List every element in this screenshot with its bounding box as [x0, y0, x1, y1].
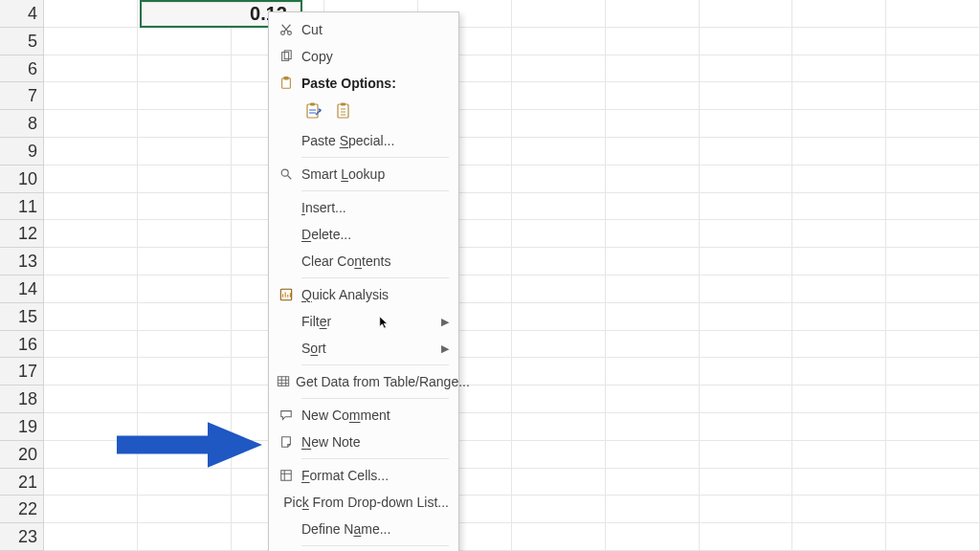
grid-cell[interactable]: [44, 496, 138, 522]
grid-cell[interactable]: [512, 110, 606, 137]
row-header[interactable]: 20: [0, 441, 44, 469]
row-header[interactable]: 10: [0, 165, 44, 193]
grid-cell[interactable]: [886, 303, 980, 330]
grid-cell[interactable]: [44, 386, 138, 412]
grid-cell[interactable]: [700, 165, 793, 192]
grid-cell[interactable]: [700, 441, 793, 468]
grid-cell[interactable]: [138, 496, 232, 522]
grid-cell[interactable]: [886, 496, 980, 522]
grid-cell[interactable]: [606, 303, 700, 330]
grid-cell[interactable]: [606, 496, 700, 522]
grid-cell[interactable]: [138, 110, 232, 137]
grid-cell[interactable]: [886, 28, 980, 55]
menu-filter[interactable]: Filter ▶: [269, 308, 458, 335]
grid-cell[interactable]: [606, 138, 700, 165]
grid-cell[interactable]: [700, 358, 793, 385]
grid-cell[interactable]: [512, 220, 606, 247]
grid-cell[interactable]: [606, 469, 700, 496]
grid-cell[interactable]: [792, 523, 886, 550]
grid-cell[interactable]: [886, 386, 980, 412]
row-header[interactable]: 7: [0, 82, 44, 110]
grid-cell[interactable]: [606, 220, 700, 247]
grid-cell[interactable]: [138, 220, 232, 247]
row-header[interactable]: 13: [0, 248, 44, 276]
grid-cell[interactable]: [138, 276, 232, 302]
grid-cell[interactable]: [792, 358, 886, 385]
menu-new-note[interactable]: New Note: [269, 429, 458, 455]
grid-cell[interactable]: [700, 110, 793, 137]
grid-cell[interactable]: [606, 523, 700, 550]
grid-cell[interactable]: [700, 55, 793, 82]
grid-cell[interactable]: [44, 248, 138, 275]
grid-cell[interactable]: [138, 28, 232, 55]
grid-cell[interactable]: [792, 28, 886, 55]
grid-cell[interactable]: [606, 165, 700, 192]
row-header[interactable]: 9: [0, 138, 44, 165]
grid-cell[interactable]: [44, 220, 138, 247]
row-header[interactable]: 23: [0, 523, 44, 551]
menu-quick-analysis[interactable]: Quick Analysis: [269, 281, 458, 308]
grid-cell[interactable]: [138, 523, 232, 550]
grid-cell[interactable]: [792, 138, 886, 165]
grid-cell[interactable]: [606, 413, 700, 440]
row-header[interactable]: 4: [0, 0, 44, 28]
grid-cell[interactable]: [44, 276, 138, 302]
row-header[interactable]: 6: [0, 55, 44, 83]
grid-cell[interactable]: [700, 193, 793, 220]
grid-cell[interactable]: [792, 441, 886, 468]
paste-option-values[interactable]: [332, 99, 357, 123]
grid-cell[interactable]: [792, 469, 886, 496]
grid-cell[interactable]: [886, 82, 980, 109]
row-header[interactable]: 5: [0, 28, 44, 55]
grid-cell[interactable]: [512, 165, 606, 192]
grid-cell[interactable]: [792, 248, 886, 275]
grid-cell[interactable]: [886, 248, 980, 275]
grid-cell[interactable]: [792, 413, 886, 440]
grid-cell[interactable]: [700, 276, 793, 302]
grid-cell[interactable]: [138, 82, 232, 109]
grid-cell[interactable]: [886, 193, 980, 220]
grid-cell[interactable]: [44, 82, 138, 109]
grid-cell[interactable]: [606, 358, 700, 385]
grid-cell[interactable]: [792, 276, 886, 302]
grid-cell[interactable]: [512, 441, 606, 468]
grid-cell[interactable]: [606, 110, 700, 137]
grid-cell[interactable]: [512, 496, 606, 522]
grid-cell[interactable]: [886, 55, 980, 82]
grid-cell[interactable]: [44, 0, 138, 27]
row-header[interactable]: 18: [0, 386, 44, 413]
grid-cell[interactable]: [44, 28, 138, 55]
grid-cell[interactable]: [792, 386, 886, 412]
grid-cell[interactable]: [792, 220, 886, 247]
grid-cell[interactable]: [44, 469, 138, 496]
grid-cell[interactable]: [886, 0, 980, 27]
grid-cell[interactable]: [700, 82, 793, 109]
row-header[interactable]: 22: [0, 496, 44, 523]
grid-cell[interactable]: [606, 441, 700, 468]
grid-cell[interactable]: [886, 523, 980, 550]
menu-insert[interactable]: Insert...: [269, 194, 458, 221]
grid-cell[interactable]: [606, 331, 700, 358]
grid-cell[interactable]: [606, 386, 700, 412]
grid-cell[interactable]: [138, 303, 232, 330]
grid-cell[interactable]: [138, 138, 232, 165]
grid-cell[interactable]: [512, 0, 606, 27]
menu-copy[interactable]: Copy: [269, 43, 458, 70]
grid-cell[interactable]: [886, 358, 980, 385]
grid-cell[interactable]: [700, 523, 793, 550]
row-header[interactable]: 16: [0, 331, 44, 359]
grid-cell[interactable]: [886, 220, 980, 247]
row-header[interactable]: 14: [0, 276, 44, 303]
grid-cell[interactable]: [44, 110, 138, 137]
menu-paste-special[interactable]: Paste Special...: [269, 127, 458, 154]
grid-cell[interactable]: [886, 110, 980, 137]
grid-cell[interactable]: [700, 469, 793, 496]
row-header[interactable]: 12: [0, 220, 44, 248]
grid-cell[interactable]: [512, 358, 606, 385]
grid-cell[interactable]: [606, 0, 700, 27]
row-header[interactable]: 8: [0, 110, 44, 138]
grid-cell[interactable]: [700, 220, 793, 247]
grid-cell[interactable]: [886, 276, 980, 302]
grid-cell[interactable]: [606, 276, 700, 302]
grid-cell[interactable]: [512, 193, 606, 220]
